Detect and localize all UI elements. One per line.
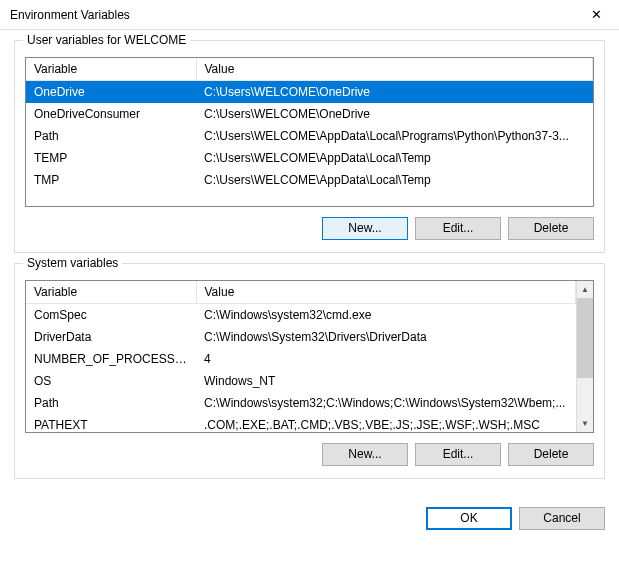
- table-row[interactable]: TEMP C:\Users\WELCOME\AppData\Local\Temp: [26, 147, 593, 169]
- cell-variable: Path: [26, 125, 196, 147]
- cell-value: C:\Windows\System32\Drivers\DriverData: [196, 326, 576, 348]
- header-value[interactable]: Value: [196, 281, 576, 304]
- cell-variable: Path: [26, 392, 196, 414]
- delete-button[interactable]: Delete: [508, 217, 594, 240]
- cell-value: C:\Windows\system32\cmd.exe: [196, 304, 576, 327]
- scroll-thumb[interactable]: [577, 298, 593, 378]
- user-variables-table[interactable]: Variable Value OneDrive C:\Users\WELCOME…: [25, 57, 594, 207]
- table-row[interactable]: OneDriveConsumer C:\Users\WELCOME\OneDri…: [26, 103, 593, 125]
- cell-variable: PATHEXT: [26, 414, 196, 433]
- cell-variable: OneDrive: [26, 81, 196, 104]
- cell-value: C:\Users\WELCOME\OneDrive: [196, 103, 593, 125]
- user-group-label: User variables for WELCOME: [23, 33, 190, 47]
- cell-variable: OS: [26, 370, 196, 392]
- new-button[interactable]: New...: [322, 443, 408, 466]
- table-row[interactable]: TMP C:\Users\WELCOME\AppData\Local\Temp: [26, 169, 593, 191]
- table-row[interactable]: OS Windows_NT: [26, 370, 576, 392]
- titlebar: Environment Variables ✕: [0, 0, 619, 30]
- table-row[interactable]: OneDrive C:\Users\WELCOME\OneDrive: [26, 81, 593, 104]
- cell-value: C:\Users\WELCOME\AppData\Local\Temp: [196, 169, 593, 191]
- dialog-content: User variables for WELCOME Variable Valu…: [0, 30, 619, 503]
- cell-value: C:\Users\WELCOME\AppData\Local\Temp: [196, 147, 593, 169]
- user-buttons: New... Edit... Delete: [25, 217, 594, 240]
- dialog-footer: OK Cancel: [0, 503, 619, 544]
- header-variable[interactable]: Variable: [26, 58, 196, 81]
- cell-value: .COM;.EXE;.BAT;.CMD;.VBS;.VBE;.JS;.JSE;.…: [196, 414, 576, 433]
- system-variables-group: System variables Variable Value ComSpec …: [14, 263, 605, 479]
- system-variables-table[interactable]: Variable Value ComSpec C:\Windows\system…: [25, 280, 594, 433]
- cell-variable: DriverData: [26, 326, 196, 348]
- cell-variable: NUMBER_OF_PROCESSORS: [26, 348, 196, 370]
- close-icon: ✕: [591, 7, 602, 22]
- cell-variable: OneDriveConsumer: [26, 103, 196, 125]
- table-row[interactable]: ComSpec C:\Windows\system32\cmd.exe: [26, 304, 576, 327]
- scroll-track[interactable]: [577, 378, 593, 415]
- table-row[interactable]: DriverData C:\Windows\System32\Drivers\D…: [26, 326, 576, 348]
- close-button[interactable]: ✕: [574, 0, 619, 30]
- cell-value: C:\Windows\system32;C:\Windows;C:\Window…: [196, 392, 576, 414]
- cell-variable: TMP: [26, 169, 196, 191]
- scroll-down-icon[interactable]: ▼: [577, 415, 593, 432]
- cell-value: C:\Users\WELCOME\AppData\Local\Programs\…: [196, 125, 593, 147]
- cell-value: 4: [196, 348, 576, 370]
- cell-value: Windows_NT: [196, 370, 576, 392]
- cell-variable: ComSpec: [26, 304, 196, 327]
- scroll-up-icon[interactable]: ▲: [577, 281, 593, 298]
- table-header-row[interactable]: Variable Value: [26, 281, 576, 304]
- table-row[interactable]: Path C:\Users\WELCOME\AppData\Local\Prog…: [26, 125, 593, 147]
- ok-button[interactable]: OK: [426, 507, 512, 530]
- delete-button[interactable]: Delete: [508, 443, 594, 466]
- table-row[interactable]: NUMBER_OF_PROCESSORS 4: [26, 348, 576, 370]
- system-buttons: New... Edit... Delete: [25, 443, 594, 466]
- edit-button[interactable]: Edit...: [415, 443, 501, 466]
- table-header-row[interactable]: Variable Value: [26, 58, 593, 81]
- edit-button[interactable]: Edit...: [415, 217, 501, 240]
- scrollbar[interactable]: ▲ ▼: [576, 281, 593, 432]
- cell-value: C:\Users\WELCOME\OneDrive: [196, 81, 593, 104]
- system-group-label: System variables: [23, 256, 122, 270]
- cancel-button[interactable]: Cancel: [519, 507, 605, 530]
- new-button[interactable]: New...: [322, 217, 408, 240]
- table-row[interactable]: Path C:\Windows\system32;C:\Windows;C:\W…: [26, 392, 576, 414]
- header-variable[interactable]: Variable: [26, 281, 196, 304]
- cell-variable: TEMP: [26, 147, 196, 169]
- user-variables-group: User variables for WELCOME Variable Valu…: [14, 40, 605, 253]
- table-row[interactable]: PATHEXT .COM;.EXE;.BAT;.CMD;.VBS;.VBE;.J…: [26, 414, 576, 433]
- header-value[interactable]: Value: [196, 58, 593, 81]
- window-title: Environment Variables: [10, 8, 130, 22]
